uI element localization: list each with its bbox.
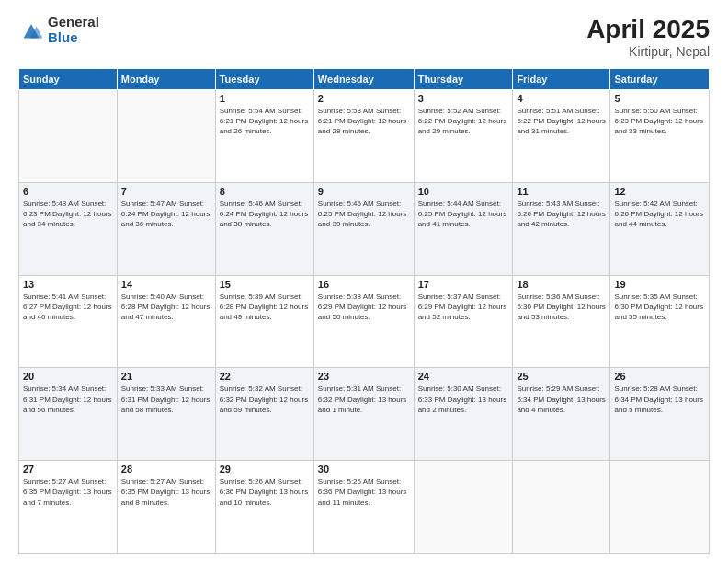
table-row: 28Sunrise: 5:27 AM Sunset: 6:35 PM Dayli… (117, 461, 215, 554)
day-info: Sunrise: 5:53 AM Sunset: 6:21 PM Dayligh… (318, 106, 410, 137)
day-info: Sunrise: 5:44 AM Sunset: 6:25 PM Dayligh… (418, 199, 509, 230)
location: Kirtipur, Nepal (586, 44, 710, 59)
table-row: 10Sunrise: 5:44 AM Sunset: 6:25 PM Dayli… (414, 182, 513, 275)
table-row: 17Sunrise: 5:37 AM Sunset: 6:29 PM Dayli… (414, 275, 513, 368)
title-block: April 2025 Kirtipur, Nepal (586, 15, 710, 59)
table-row: 22Sunrise: 5:32 AM Sunset: 6:32 PM Dayli… (215, 368, 313, 461)
day-info: Sunrise: 5:39 AM Sunset: 6:28 PM Dayligh… (220, 292, 310, 323)
day-info: Sunrise: 5:41 AM Sunset: 6:27 PM Dayligh… (23, 292, 113, 323)
day-number: 13 (23, 279, 113, 290)
day-info: Sunrise: 5:33 AM Sunset: 6:31 PM Dayligh… (121, 384, 211, 415)
table-row: 14Sunrise: 5:40 AM Sunset: 6:28 PM Dayli… (117, 275, 215, 368)
day-number: 15 (220, 279, 310, 290)
day-number: 27 (23, 464, 113, 475)
table-row: 26Sunrise: 5:28 AM Sunset: 6:34 PM Dayli… (610, 368, 710, 461)
col-monday: Monday (117, 69, 215, 90)
day-info: Sunrise: 5:47 AM Sunset: 6:24 PM Dayligh… (121, 199, 211, 230)
day-info: Sunrise: 5:32 AM Sunset: 6:32 PM Dayligh… (220, 384, 310, 415)
day-info: Sunrise: 5:54 AM Sunset: 6:21 PM Dayligh… (220, 106, 310, 137)
table-row: 5Sunrise: 5:50 AM Sunset: 6:23 PM Daylig… (610, 90, 710, 183)
day-number: 22 (220, 371, 310, 382)
day-number: 24 (418, 371, 509, 382)
logo-general-text: General (48, 15, 99, 30)
day-number: 20 (23, 371, 113, 382)
table-row: 25Sunrise: 5:29 AM Sunset: 6:34 PM Dayli… (513, 368, 610, 461)
table-row: 27Sunrise: 5:27 AM Sunset: 6:35 PM Dayli… (19, 461, 118, 554)
col-tuesday: Tuesday (215, 69, 313, 90)
day-number: 21 (121, 371, 211, 382)
day-info: Sunrise: 5:52 AM Sunset: 6:22 PM Dayligh… (418, 106, 509, 137)
day-number: 19 (614, 279, 705, 290)
day-number: 28 (121, 464, 211, 475)
table-row: 1Sunrise: 5:54 AM Sunset: 6:21 PM Daylig… (215, 90, 313, 183)
day-info: Sunrise: 5:42 AM Sunset: 6:26 PM Dayligh… (614, 199, 705, 230)
table-row: 13Sunrise: 5:41 AM Sunset: 6:27 PM Dayli… (19, 275, 118, 368)
day-number: 25 (517, 371, 606, 382)
table-row (19, 90, 118, 183)
day-info: Sunrise: 5:45 AM Sunset: 6:25 PM Dayligh… (318, 199, 410, 230)
day-info: Sunrise: 5:31 AM Sunset: 6:32 PM Dayligh… (318, 384, 410, 415)
calendar-week-row: 20Sunrise: 5:34 AM Sunset: 6:31 PM Dayli… (19, 368, 710, 461)
day-number: 9 (318, 186, 410, 197)
day-info: Sunrise: 5:26 AM Sunset: 6:36 PM Dayligh… (220, 477, 310, 508)
table-row (117, 90, 215, 183)
day-number: 30 (318, 464, 410, 475)
logo-blue-text: Blue (48, 30, 99, 46)
table-row: 6Sunrise: 5:48 AM Sunset: 6:23 PM Daylig… (19, 182, 118, 275)
col-sunday: Sunday (19, 69, 118, 90)
day-info: Sunrise: 5:36 AM Sunset: 6:30 PM Dayligh… (517, 292, 606, 323)
table-row: 24Sunrise: 5:30 AM Sunset: 6:33 PM Dayli… (414, 368, 513, 461)
day-number: 8 (220, 186, 310, 197)
table-row: 29Sunrise: 5:26 AM Sunset: 6:36 PM Dayli… (215, 461, 313, 554)
calendar-week-row: 27Sunrise: 5:27 AM Sunset: 6:35 PM Dayli… (19, 461, 710, 554)
day-info: Sunrise: 5:46 AM Sunset: 6:24 PM Dayligh… (220, 199, 310, 230)
table-row: 11Sunrise: 5:43 AM Sunset: 6:26 PM Dayli… (513, 182, 610, 275)
col-saturday: Saturday (610, 69, 710, 90)
table-row: 4Sunrise: 5:51 AM Sunset: 6:22 PM Daylig… (513, 90, 610, 183)
table-row: 16Sunrise: 5:38 AM Sunset: 6:29 PM Dayli… (313, 275, 414, 368)
table-row: 12Sunrise: 5:42 AM Sunset: 6:26 PM Dayli… (610, 182, 710, 275)
logo-icon (18, 17, 44, 43)
day-info: Sunrise: 5:29 AM Sunset: 6:34 PM Dayligh… (517, 384, 606, 415)
day-number: 10 (418, 186, 509, 197)
table-row: 19Sunrise: 5:35 AM Sunset: 6:30 PM Dayli… (610, 275, 710, 368)
page: General Blue April 2025 Kirtipur, Nepal … (0, 0, 728, 563)
table-row: 7Sunrise: 5:47 AM Sunset: 6:24 PM Daylig… (117, 182, 215, 275)
table-row: 20Sunrise: 5:34 AM Sunset: 6:31 PM Dayli… (19, 368, 118, 461)
logo: General Blue (18, 15, 99, 45)
table-row (513, 461, 610, 554)
day-info: Sunrise: 5:30 AM Sunset: 6:33 PM Dayligh… (418, 384, 509, 415)
day-number: 14 (121, 279, 211, 290)
day-info: Sunrise: 5:27 AM Sunset: 6:35 PM Dayligh… (121, 477, 211, 508)
day-info: Sunrise: 5:25 AM Sunset: 6:36 PM Dayligh… (318, 477, 410, 508)
table-row: 18Sunrise: 5:36 AM Sunset: 6:30 PM Dayli… (513, 275, 610, 368)
day-info: Sunrise: 5:34 AM Sunset: 6:31 PM Dayligh… (23, 384, 113, 415)
day-info: Sunrise: 5:51 AM Sunset: 6:22 PM Dayligh… (517, 106, 606, 137)
calendar-week-row: 6Sunrise: 5:48 AM Sunset: 6:23 PM Daylig… (19, 182, 710, 275)
day-number: 12 (614, 186, 705, 197)
day-info: Sunrise: 5:48 AM Sunset: 6:23 PM Dayligh… (23, 199, 113, 230)
header: General Blue April 2025 Kirtipur, Nepal (18, 15, 710, 59)
table-row: 30Sunrise: 5:25 AM Sunset: 6:36 PM Dayli… (313, 461, 414, 554)
day-info: Sunrise: 5:43 AM Sunset: 6:26 PM Dayligh… (517, 199, 606, 230)
table-row: 2Sunrise: 5:53 AM Sunset: 6:21 PM Daylig… (313, 90, 414, 183)
day-info: Sunrise: 5:27 AM Sunset: 6:35 PM Dayligh… (23, 477, 113, 508)
day-number: 29 (220, 464, 310, 475)
calendar-header-row: Sunday Monday Tuesday Wednesday Thursday… (19, 69, 710, 90)
day-info: Sunrise: 5:37 AM Sunset: 6:29 PM Dayligh… (418, 292, 509, 323)
table-row: 21Sunrise: 5:33 AM Sunset: 6:31 PM Dayli… (117, 368, 215, 461)
table-row (414, 461, 513, 554)
calendar-week-row: 13Sunrise: 5:41 AM Sunset: 6:27 PM Dayli… (19, 275, 710, 368)
calendar-week-row: 1Sunrise: 5:54 AM Sunset: 6:21 PM Daylig… (19, 90, 710, 183)
table-row: 23Sunrise: 5:31 AM Sunset: 6:32 PM Dayli… (313, 368, 414, 461)
day-info: Sunrise: 5:35 AM Sunset: 6:30 PM Dayligh… (614, 292, 705, 323)
day-number: 1 (220, 93, 310, 104)
calendar: Sunday Monday Tuesday Wednesday Thursday… (18, 68, 710, 554)
logo-text: General Blue (48, 15, 99, 45)
col-friday: Friday (513, 69, 610, 90)
col-wednesday: Wednesday (313, 69, 414, 90)
day-number: 23 (318, 371, 410, 382)
day-info: Sunrise: 5:38 AM Sunset: 6:29 PM Dayligh… (318, 292, 410, 323)
day-number: 17 (418, 279, 509, 290)
day-info: Sunrise: 5:50 AM Sunset: 6:23 PM Dayligh… (614, 106, 705, 137)
